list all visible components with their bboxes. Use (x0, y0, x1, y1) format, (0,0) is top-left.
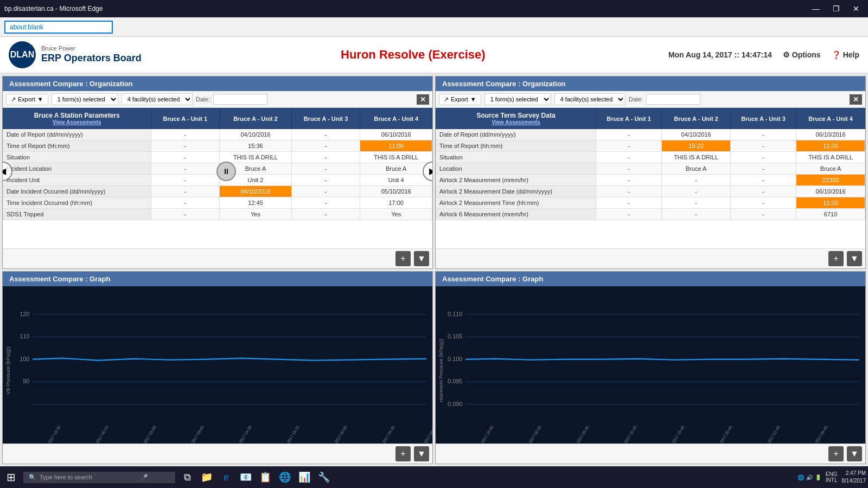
panel-top-left-header: Assessment Compare : Organization (3, 76, 432, 91)
app5-icon[interactable]: 📋 (257, 468, 274, 486)
header-right: Mon Aug 14, 2017 :: 14:47:14 ⚙ Options ❓… (668, 50, 859, 59)
col-header-unit4-left: Bruce A - Unit 4 (360, 108, 432, 129)
row-label: Time of Report (hh:mm) (3, 140, 151, 152)
cell-value: - (291, 175, 360, 186)
nav-pause-button[interactable]: ⏸ (216, 162, 236, 181)
table-title-cell-right: Source Term Survey Data View Assessments (436, 108, 596, 129)
cell-value: - (291, 129, 360, 140)
svg-text:0.090: 0.090 (448, 401, 463, 407)
cell-value: 04/10/2016 (220, 129, 292, 140)
table-row: Situation-THIS IS A DRILL-THIS IS A DRIL… (3, 152, 432, 163)
start-button[interactable]: ⊞ (2, 468, 20, 486)
forms-select-left[interactable]: 1 form(s) selected (52, 93, 118, 105)
maximize-button[interactable]: ❐ (828, 3, 844, 14)
row-label: Airlock 2 Measurement Time (hh:mm) (436, 197, 596, 209)
edge-icon[interactable]: e (218, 468, 235, 486)
table-row: Date Incident Occurred (dd/mm/yyyy)-04/1… (3, 186, 432, 197)
search-input[interactable] (40, 474, 137, 480)
svg-text:120: 120 (20, 311, 29, 317)
export-button-right[interactable]: ↗ Export ▼ (439, 94, 481, 105)
panel-bottom-right-footer: + ▼ (436, 444, 865, 464)
close-filter-right[interactable]: ✕ (850, 94, 862, 105)
table-row: Airlock 2 Measurement Date (dd/mm/yyyy)-… (436, 186, 865, 197)
cell-value: 22300 (796, 175, 865, 186)
task-view-icon[interactable]: ⧉ (178, 468, 196, 486)
panel-bottom-left-header: Assessment Compare : Graph (3, 272, 432, 286)
scroll-down-button-left[interactable]: ▼ (414, 251, 429, 266)
row-label: Incident Location (3, 163, 151, 175)
cell-value: 11:00 (360, 140, 432, 152)
table-top-right: Source Term Survey Data View Assessments… (436, 108, 865, 248)
cell-value: - (596, 140, 662, 152)
gear-icon: ⚙ (783, 50, 790, 59)
scroll-down-button-bottom-left[interactable]: ▼ (414, 446, 429, 461)
cell-value: 04/10/2016 (220, 186, 292, 197)
microphone-icon: 🎤 (141, 474, 148, 481)
table-row: Time Incident Occurred (hh:mm)-12:45-17:… (3, 197, 432, 209)
add-button-bottom-right[interactable]: + (828, 446, 844, 461)
date-label-left: Date: (196, 96, 210, 102)
forms-select-right[interactable]: 1 form(s) selected (484, 93, 551, 105)
cell-value: 11:00 (796, 140, 865, 152)
options-button[interactable]: ⚙ Options (783, 50, 821, 59)
file-explorer-icon[interactable]: 📁 (198, 468, 215, 486)
cell-value: 15:36 (220, 140, 292, 152)
cell-value: - (151, 163, 220, 175)
cell-value: - (596, 163, 662, 175)
title-bar: bp.disasterlan.ca - Microsoft Edge — ❐ ✕ (0, 0, 868, 17)
outlook-icon[interactable]: 📧 (237, 468, 254, 486)
facility-select-right[interactable]: 4 facility(s) selected (554, 93, 626, 105)
table-title-right: Source Term Survey Data (438, 112, 593, 119)
table-title-cell: Bruce A Station Parameters View Assessme… (3, 108, 151, 129)
row-label: Airlock 6 Measurement (mrem/hr) (436, 209, 596, 220)
app7-icon[interactable]: 📊 (296, 468, 313, 486)
data-table-left: Bruce A Station Parameters View Assessme… (3, 108, 432, 220)
svg-text:ntainment Pressure (kPa(g)): ntainment Pressure (kPa(g)) (438, 339, 444, 402)
battery-icon: 🔋 (815, 474, 821, 480)
table-row: Airlock 2 Measurement Time (hh:mm)---11:… (436, 197, 865, 209)
table-row: Location-Bruce A-Bruce A (436, 163, 865, 175)
minimize-button[interactable]: — (808, 3, 824, 14)
facility-select-left[interactable]: 4 facility(s) selected (122, 93, 193, 105)
app6-icon[interactable]: 🌐 (276, 468, 293, 486)
row-label: Situation (436, 152, 596, 163)
help-button[interactable]: ❓ Help (832, 50, 859, 59)
close-button[interactable]: ✕ (848, 3, 864, 14)
panel-top-left-footer: + ▼ (3, 248, 432, 268)
col-header-unit3-left: Bruce A - Unit 3 (291, 108, 360, 129)
cell-value: 17:00 (360, 197, 432, 209)
add-button-bottom-left[interactable]: + (395, 446, 411, 461)
panel-top-right-footer: + ▼ (436, 248, 865, 268)
svg-text:100: 100 (20, 356, 29, 362)
date-input-left[interactable] (213, 94, 267, 105)
view-assessments-link-left[interactable]: View Assessments (5, 119, 149, 125)
taskbar-clock: 2:47 PM 8/14/2017 (842, 470, 866, 485)
close-filter-left[interactable]: ✕ (417, 94, 429, 105)
cell-value: - (291, 209, 360, 220)
search-icon: 🔍 (29, 474, 36, 481)
col-header-unit2-right: Bruce A - Unit 2 (662, 108, 731, 129)
address-bar (0, 17, 868, 37)
address-input[interactable] (4, 21, 113, 34)
table-header-row-right: Source Term Survey Data View Assessments… (436, 108, 865, 129)
add-button-left[interactable]: + (395, 251, 411, 266)
title-bar-text: bp.disasterlan.ca - Microsoft Edge (4, 5, 808, 12)
cell-value: - (596, 186, 662, 197)
cell-value: - (662, 186, 731, 197)
cell-value: - (596, 209, 662, 220)
cell-value: - (291, 163, 360, 175)
cell-value: THIS IS A DRILL (360, 152, 432, 163)
add-button-right[interactable]: + (828, 251, 844, 266)
cell-value: 06/10/2016 (360, 129, 432, 140)
cell-value: - (596, 175, 662, 186)
cell-value: 12:45 (220, 197, 292, 209)
row-label: Date Incident Occurred (dd/mm/yyyy) (3, 186, 151, 197)
cell-value: - (291, 186, 360, 197)
scroll-down-button-right[interactable]: ▼ (847, 251, 862, 266)
view-assessments-link-right[interactable]: View Assessments (438, 119, 593, 125)
app8-icon[interactable]: 🔧 (315, 468, 333, 486)
scroll-down-button-bottom-right[interactable]: ▼ (847, 446, 862, 461)
date-input-right[interactable] (646, 94, 700, 105)
row-label: SDS1 Tripped (3, 209, 151, 220)
export-button-left[interactable]: ↗ Export ▼ (6, 94, 48, 105)
